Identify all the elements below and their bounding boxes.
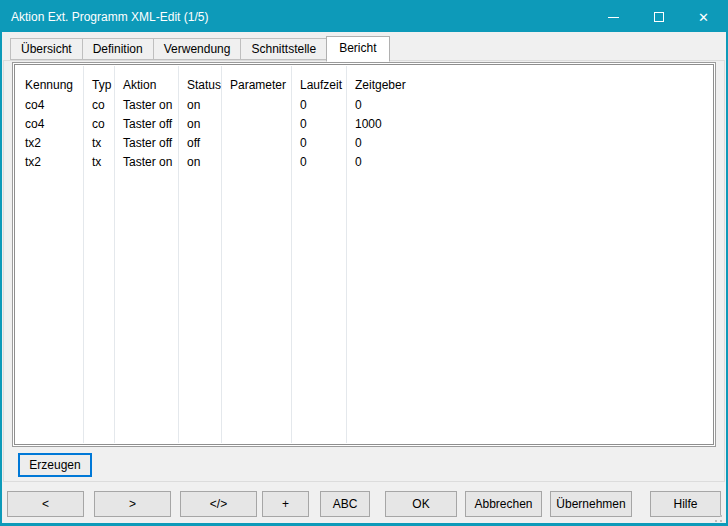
cell-typ: co xyxy=(83,115,114,134)
next-button[interactable]: > xyxy=(94,491,171,517)
close-icon: ✕ xyxy=(698,11,709,24)
cell-aktion: Taster on xyxy=(114,153,178,172)
cell-status: on xyxy=(178,153,221,172)
cell-laufzeit: 0 xyxy=(291,134,346,153)
cell-laufzeit: 0 xyxy=(291,115,346,134)
maximize-icon xyxy=(654,12,664,22)
cell-aktion: Taster off xyxy=(114,115,178,134)
column-header-zeitgeber[interactable]: Zeitgeber xyxy=(346,74,712,96)
cell-kennung: tx2 xyxy=(16,153,83,172)
code-button[interactable]: </> xyxy=(180,491,257,517)
cell-zeitgeber: 1000 xyxy=(346,115,712,134)
prev-button[interactable]: < xyxy=(7,491,84,517)
help-button[interactable]: Hilfe xyxy=(650,491,721,517)
cell-aktion: Taster off xyxy=(114,134,178,153)
table-row[interactable]: tx2 tx Taster on on 0 0 xyxy=(16,153,712,172)
cancel-button[interactable]: Abbrechen xyxy=(465,491,542,517)
column-header-aktion[interactable]: Aktion xyxy=(114,74,178,96)
minimize-button[interactable] xyxy=(591,2,636,32)
cell-kennung: tx2 xyxy=(16,134,83,153)
tab-bericht[interactable]: Bericht xyxy=(326,36,389,62)
tab-bar: Übersicht Definition Verwendung Schnitts… xyxy=(10,37,389,62)
tab-schnittstelle[interactable]: Schnittstelle xyxy=(240,38,327,60)
dialog-window: Aktion Ext. Programm XML-Edit (1/5) ✕ Üb… xyxy=(0,0,728,526)
cell-laufzeit: 0 xyxy=(291,153,346,172)
minimize-icon xyxy=(608,17,619,18)
report-table[interactable]: Kennung Typ Aktion Status Parameter Lauf… xyxy=(12,62,716,447)
cell-typ: tx xyxy=(83,153,114,172)
apply-button[interactable]: Übernehmen xyxy=(550,491,632,517)
tab-definition[interactable]: Definition xyxy=(82,38,154,60)
ok-button[interactable]: OK xyxy=(385,491,457,517)
titlebar[interactable]: Aktion Ext. Programm XML-Edit (1/5) ✕ xyxy=(2,2,726,32)
column-header-parameter[interactable]: Parameter xyxy=(221,74,291,96)
tab-uebersicht[interactable]: Übersicht xyxy=(10,38,83,60)
cell-aktion: Taster on xyxy=(114,96,178,115)
column-header-typ[interactable]: Typ xyxy=(83,74,114,96)
cell-kennung: co4 xyxy=(16,96,83,115)
cell-parameter xyxy=(221,96,291,115)
cell-parameter xyxy=(221,153,291,172)
table-header-row: Kennung Typ Aktion Status Parameter Lauf… xyxy=(16,74,712,96)
abc-button[interactable]: ABC xyxy=(320,491,370,517)
cell-parameter xyxy=(221,115,291,134)
cell-parameter xyxy=(221,134,291,153)
table-row[interactable]: co4 co Taster on on 0 0 xyxy=(16,96,712,115)
column-header-laufzeit[interactable]: Laufzeit xyxy=(291,74,346,96)
add-button[interactable]: + xyxy=(262,491,309,517)
close-button[interactable]: ✕ xyxy=(681,2,726,32)
cell-zeitgeber: 0 xyxy=(346,96,712,115)
table-content: Kennung Typ Aktion Status Parameter Lauf… xyxy=(16,66,712,443)
table-row[interactable]: co4 co Taster off on 0 1000 xyxy=(16,115,712,134)
window-title: Aktion Ext. Programm XML-Edit (1/5) xyxy=(2,10,208,24)
cell-status: on xyxy=(178,115,221,134)
maximize-button[interactable] xyxy=(636,2,681,32)
cell-status: on xyxy=(178,96,221,115)
cell-laufzeit: 0 xyxy=(291,96,346,115)
cell-typ: tx xyxy=(83,134,114,153)
erzeugen-button[interactable]: Erzeugen xyxy=(18,453,92,477)
column-header-status[interactable]: Status xyxy=(178,74,221,96)
cell-typ: co xyxy=(83,96,114,115)
table-row[interactable]: tx2 tx Taster off off 0 0 xyxy=(16,134,712,153)
cell-kennung: co4 xyxy=(16,115,83,134)
column-header-kennung[interactable]: Kennung xyxy=(16,74,83,96)
window-controls: ✕ xyxy=(591,2,726,32)
cell-zeitgeber: 0 xyxy=(346,134,712,153)
resize-grip[interactable] xyxy=(712,512,722,522)
tab-verwendung[interactable]: Verwendung xyxy=(153,38,242,60)
cell-zeitgeber: 0 xyxy=(346,153,712,172)
cell-status: off xyxy=(178,134,221,153)
